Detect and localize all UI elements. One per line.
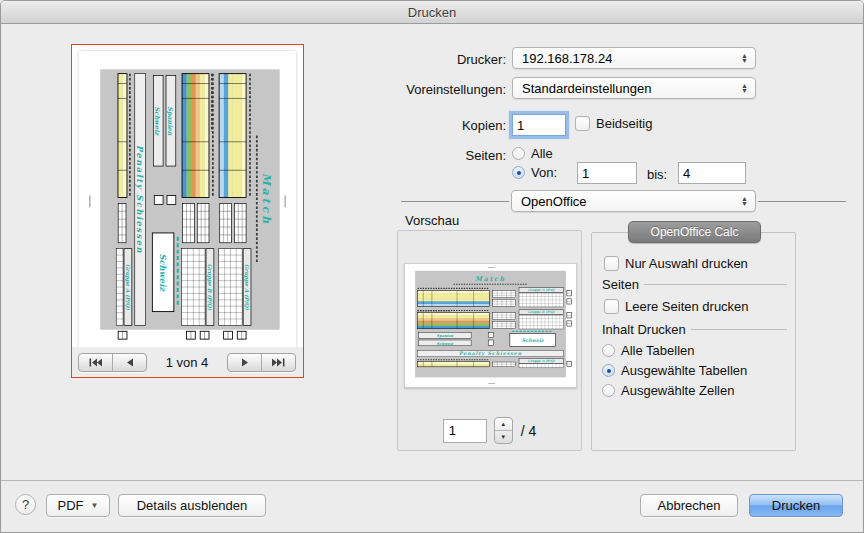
stepper-down-icon: ▼ <box>495 431 512 443</box>
print-empty-pages-label: Leere Seiten drucken <box>625 299 749 314</box>
vorschau-page-input[interactable] <box>443 419 487 443</box>
page-from-input[interactable] <box>577 162 637 184</box>
svg-text:Penalty Schiessen: Penalty Schiessen <box>135 145 145 254</box>
vorschau-page-total: / 4 <box>521 423 537 439</box>
svg-text:Gruppe B (P/Q): Gruppe B (P/Q) <box>528 310 555 314</box>
svg-text:Match: Match <box>260 173 273 226</box>
app-section-select[interactable]: OpenOffice ▲▼ <box>511 190 756 212</box>
page-preview-frame: MatchGruppe A (P/Q)Gruppe B (P/Q)Spanien… <box>71 44 304 378</box>
cancel-button[interactable]: Abbrechen <box>640 494 738 517</box>
print-empty-pages-checkbox[interactable]: Leere Seiten drucken <box>604 299 749 314</box>
printer-select[interactable]: 192.168.178.24 ▲▼ <box>512 47 756 69</box>
caret-down-icon: ▼ <box>91 501 99 510</box>
pages-to-label: bis: <box>647 167 667 182</box>
presets-value: Standardeinstellungen <box>513 81 651 96</box>
dropdown-arrows-icon: ▲▼ <box>741 196 755 206</box>
hide-details-button[interactable]: Details ausblenden <box>118 494 266 517</box>
presets-label: Voreinstellungen: <box>381 82 506 97</box>
radio-dot-icon <box>602 344 615 357</box>
help-label: ? <box>22 497 29 512</box>
svg-text:Schweiz: Schweiz <box>522 337 545 343</box>
dropdown-arrows-icon: ▲▼ <box>741 53 755 63</box>
pdf-label: PDF <box>58 498 84 513</box>
pages-section-label: Seiten <box>602 277 639 292</box>
page-to-input[interactable] <box>678 162 746 184</box>
radio-dot-icon <box>512 166 525 179</box>
cancel-label: Abbrechen <box>658 498 721 513</box>
svg-text:Penalty Schiessen: Penalty Schiessen <box>459 350 522 357</box>
pager-forward-segment <box>227 353 296 372</box>
radio-dot-icon <box>512 147 525 160</box>
print-label: Drucken <box>772 498 820 513</box>
svg-text:Schweiz: Schweiz <box>158 253 168 292</box>
presets-select[interactable]: Standardeinstellungen ▲▼ <box>512 77 756 99</box>
section-divider-right <box>758 201 846 202</box>
pages-label: Seiten: <box>381 148 506 163</box>
selected-cells-radio[interactable]: Ausgewählte Zellen <box>602 383 734 398</box>
copies-label: Kopien: <box>381 118 506 133</box>
section-rule <box>644 284 787 285</box>
selected-tables-radio[interactable]: Ausgewählte Tabellen <box>602 363 747 378</box>
preview-pager: 1 von 4 <box>72 347 303 377</box>
pages-all-radio[interactable]: Alle <box>512 146 553 161</box>
selected-tables-label: Ausgewählte Tabellen <box>621 363 747 378</box>
selected-cells-label: Ausgewählte Zellen <box>621 383 734 398</box>
all-tables-label: Alle Tabellen <box>621 343 694 358</box>
print-button[interactable]: Drucken <box>749 494 843 517</box>
vorschau-page-stepper[interactable]: ▲▼ <box>494 417 513 444</box>
rotated-sheet-holder: MatchGruppe A (P/Q)Gruppe B (P/Q)Spanien… <box>84 52 291 347</box>
all-tables-radio[interactable]: Alle Tabellen <box>602 343 694 358</box>
section-divider-left <box>401 201 509 202</box>
first-page-button[interactable] <box>79 354 112 371</box>
hide-details-label: Details ausblenden <box>137 498 248 513</box>
pager-back-segment <box>78 353 147 372</box>
svg-text:Gruppe A (P/Q): Gruppe A (P/Q) <box>528 359 555 363</box>
previous-page-icon <box>126 358 134 367</box>
print-selection-only-label: Nur Auswahl drucken <box>625 256 748 271</box>
next-page-icon <box>241 358 249 367</box>
svg-text:Schweiz: Schweiz <box>437 340 454 345</box>
svg-text:Gruppe A (P/Q): Gruppe A (P/Q) <box>243 264 250 311</box>
content-section-label: Inhalt Drucken <box>602 322 686 337</box>
radio-dot-icon <box>602 384 615 397</box>
content-section-header: Inhalt Drucken <box>602 322 787 337</box>
vorschau-page-row: ▲▼ / 4 <box>398 417 581 444</box>
first-page-icon <box>89 358 102 367</box>
footer-bar: ? PDF ▼ Details ausblenden Abbrechen Dru… <box>1 481 863 532</box>
svg-text:Gruppe B (P/Q): Gruppe B (P/Q) <box>206 264 213 311</box>
section-rule <box>691 329 787 330</box>
pages-from-label: Von: <box>531 165 557 180</box>
dialog-title: Drucken <box>408 5 456 20</box>
next-page-button[interactable] <box>228 354 261 371</box>
print-dialog: Drucken MatchGruppe A (P/Q)Gruppe B (P/Q… <box>0 0 864 533</box>
dropdown-arrows-icon: ▲▼ <box>741 83 755 93</box>
vorschau-page-thumbnail: MatchGruppe A (P/Q)Gruppe B (P/Q)Spanien… <box>404 263 577 388</box>
pages-range-radio[interactable]: Von: <box>512 165 557 180</box>
copies-input[interactable] <box>512 114 566 136</box>
last-page-button[interactable] <box>261 354 295 371</box>
svg-text:Spanien: Spanien <box>166 106 174 135</box>
sheet-preview-svg: MatchGruppe A (P/Q)Gruppe B (P/Q)Spanien… <box>84 52 291 347</box>
svg-text:Gruppe A (P/Q): Gruppe A (P/Q) <box>528 288 555 292</box>
calc-group-title: OpenOffice Calc <box>651 225 739 239</box>
title-bar: Drucken <box>1 1 863 24</box>
print-selection-only-checkbox[interactable]: Nur Auswahl drucken <box>604 256 748 271</box>
pdf-menu-button[interactable]: PDF ▼ <box>46 494 110 517</box>
printer-value: 192.168.178.24 <box>513 51 612 66</box>
radio-dot-icon <box>602 364 615 377</box>
preview-page-thumbnail: MatchGruppe A (P/Q)Gruppe B (P/Q)Spanien… <box>79 51 296 348</box>
checkbox-box-icon <box>575 116 590 131</box>
duplex-checkbox[interactable]: Beidseitig <box>575 116 652 131</box>
svg-text:Gruppe A (P/Q): Gruppe A (P/Q) <box>124 264 131 311</box>
help-button[interactable]: ? <box>15 494 36 515</box>
svg-text:Spanien: Spanien <box>437 333 454 338</box>
vorschau-label: Vorschau <box>405 213 459 228</box>
checkbox-box-icon <box>604 256 619 271</box>
page-status: 1 von 4 <box>147 355 227 370</box>
calc-options-group: Nur Auswahl drucken Seiten Leere Seiten … <box>591 232 796 451</box>
previous-page-button[interactable] <box>112 354 146 371</box>
last-page-icon <box>272 358 285 367</box>
printer-label: Drucker: <box>381 52 506 67</box>
pages-all-label: Alle <box>531 146 553 161</box>
stepper-up-icon: ▲ <box>495 418 512 431</box>
